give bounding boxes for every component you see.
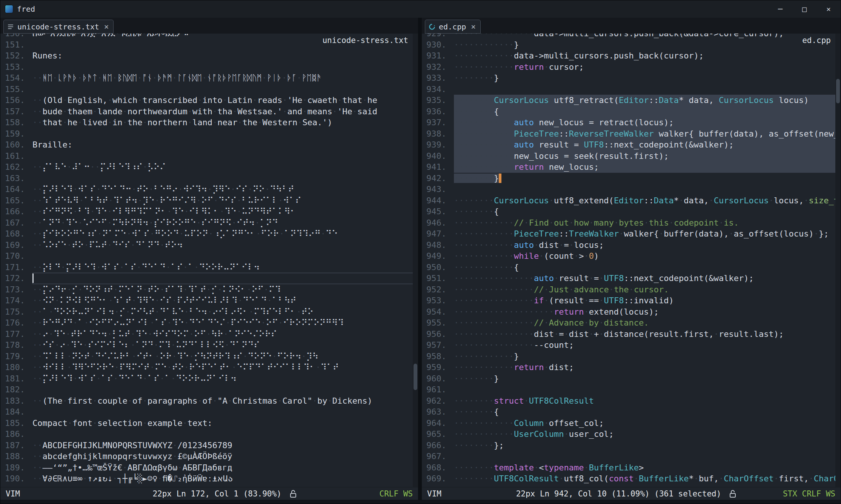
code-line[interactable]: 932.············return·cursor; [422, 61, 841, 73]
code-line[interactable]: 937.············auto·new_locus·=·retract… [422, 117, 841, 128]
right-tabbar: ed.cpp × [422, 18, 841, 34]
code-line[interactable]: 931.············data->multi_cursors.push… [422, 50, 841, 61]
code-line[interactable]: 929.················data->multi_cursors.… [422, 34, 841, 39]
code-line[interactable]: 176.··⠗⠑⠛⠜⠙·⠁·⠊⠕⠋⠋⠔⠤⠝⠁⠊⠇·⠁⠎·⠹⠑·⠙⠑⠁⠙⠑⠌·⠏⠊… [0, 317, 418, 329]
code-line[interactable]: 170. [0, 250, 418, 262]
code-line[interactable]: 964.············Column·offset_col; [422, 418, 841, 429]
code-line[interactable]: 940.············new_locus·=·seek(result.… [422, 151, 841, 162]
tab-unicode-stress[interactable]: unicode-stress.txt × [3, 20, 114, 34]
scrollbar-thumb[interactable] [414, 364, 417, 390]
code-line[interactable]: 965.············UserColumn·user_col; [422, 429, 841, 440]
code-line[interactable]: 957.················--count; [422, 340, 841, 351]
code-line[interactable]: 169.··⠡⠕⠎⠑·⠞⠕·⠏⠥⠞·⠙⠊⠎·⠙⠁⠝⠙·⠞⠕⠲ [0, 240, 418, 251]
line-number: 161. [5, 151, 25, 162]
code-line[interactable]: 161. [0, 151, 418, 162]
scrollbar-left[interactable] [413, 34, 418, 487]
minimize-button[interactable]: ─ [768, 0, 792, 18]
code-line[interactable]: 956.················dist·=·dist·+·distan… [422, 329, 841, 340]
code-line[interactable]: 945.········{ [422, 206, 841, 217]
code-line[interactable]: 190.··∀∂∈ℝ∧∪≡∞·↑↗↨↻⇣·┐┼╔╘░►☺♀·ﬁ�⑀₂ἠḂӥẄɐː… [0, 473, 418, 484]
code-line[interactable]: 174.··⠪⠝·⠅⠝⠪⠇⠫⠛⠑⠂·⠱⠁⠞·⠹⠻⠑·⠊⠎·⠏⠜⠞⠊⠊⠥⠇⠜⠇⠹·… [0, 295, 418, 306]
code-line[interactable]: 963.········{ [422, 406, 841, 418]
unlock-icon[interactable] [290, 490, 297, 498]
code-line[interactable]: 163. [0, 173, 418, 184]
code-line[interactable]: 185.Compact·font·selection·example·text: [0, 418, 418, 429]
code-line[interactable]: 951.················auto·result·=·UTF8::… [422, 273, 841, 284]
code-line[interactable]: 182. [0, 384, 418, 395]
code-line[interactable]: 935.········CursorLocus·utf8_retract(Edi… [422, 95, 841, 106]
tab-ed-cpp[interactable]: ed.cpp × [425, 20, 481, 34]
code-line[interactable]: 930.············} [422, 39, 841, 51]
code-line[interactable]: 933.········} [422, 72, 841, 84]
code-line[interactable]: 936.········{ [422, 106, 841, 117]
code-line[interactable]: 953.················if·(result·==·UTF8::… [422, 295, 841, 306]
code-line[interactable]: 184. [0, 406, 418, 418]
code-line[interactable]: 178.··⠊⠎·⠔·⠹⠑·⠎⠊⠍⠊⠇⠑⠆·⠁⠝⠙·⠍⠹·⠥⠝⠙⠁⠇⠇⠪⠫·⠙⠁… [0, 340, 418, 351]
close-button[interactable]: × [816, 0, 841, 18]
code-line[interactable]: 181.··⡍⠜⠇⠑⠹·⠺⠁⠎·⠁⠎·⠙⠑⠁⠙·⠁⠎·⠁·⠙⠕⠕⠗⠤⠝⠁⠊⠇⠲ [0, 373, 418, 384]
code-line[interactable]: 153. [0, 61, 418, 73]
line-number: 184. [5, 406, 25, 418]
code-line[interactable]: 187.··ABCDEFGHIJKLMNOPQRSTUVWXYZ·/012345… [0, 440, 418, 451]
code-line[interactable]: 934. [422, 84, 841, 95]
code-line[interactable]: 966.········}; [422, 440, 841, 451]
code-line[interactable]: 167.··⠁⠝⠙·⠹⠑·⠡⠊⠑⠋·⠍⠳⠗⠝⠻⠲·⡎⠊⠗⠕⠕⠛⠑·⠎⠊⠛⠝⠫·⠊… [0, 217, 418, 229]
code-line[interactable]: 152.Runes: [0, 50, 418, 61]
code-line[interactable]: 165.··⠱⠁⠞⠑⠧⠻·⠁⠃⠳⠞·⠹⠁⠞⠲·⡹⠑·⠗⠑⠛⠊⠌⠻·⠕⠋·⠙⠊⠎·… [0, 195, 418, 206]
tab-close-button[interactable]: × [103, 22, 109, 31]
code-line[interactable]: 955.················//·Advance·by·distan… [422, 317, 841, 329]
code-line[interactable]: 188.··abcdefghijklmnopqrstuvwxyz·£©µÀÆÖÞ… [0, 451, 418, 462]
code-line[interactable]: 156.··(Old·English,·which·transcribed·in… [0, 95, 418, 106]
code-line[interactable]: 189.··–—‘“”„†•…‰™œŠŸž€·ΑΒΓΔΩαβγδω·АБВГДа… [0, 462, 418, 473]
editor-left[interactable]: unicode-stress.txt 150.ሰው·እንደቤቱ·እንጅ·እንደ·… [0, 34, 418, 487]
code-line[interactable]: 183.··(The·first·couple·of·paragraphs·of… [0, 395, 418, 407]
mode-indicator: VIM [6, 489, 20, 498]
pane-divider[interactable] [418, 18, 422, 500]
code-line[interactable]: 162.··⡌⠁⠧⠑·⠼⠁⠒··⡍⠜⠇⠑⠹⠰⠎·⡣⠕⠌ [0, 161, 418, 173]
code-line[interactable]: 943. [422, 184, 841, 195]
code-line[interactable]: 180.··⠺⠊⠇⠇·⠹⠻⠑⠋⠕⠗⠑·⠏⠻⠍⠊⠞·⠍⠑·⠞⠕·⠗⠑⠏⠑⠁⠞⠂·⠑… [0, 362, 418, 373]
code-line[interactable]: 944.········CursorLocus·utf8_extend(Edit… [422, 195, 841, 206]
code-line[interactable]: 967. [422, 451, 841, 462]
code-line[interactable]: 158.··that·he·lived·in·the·northern·land… [0, 117, 418, 128]
code-line[interactable]: 968.········template·<typename·BufferLik… [422, 462, 841, 473]
code-line[interactable]: 177.··⠔·⠹⠑·⠞⠗⠁⠙⠑⠲·⡃⠥⠞·⠹⠑·⠺⠊⠎⠙⠕⠍·⠕⠋·⠳⠗·⠁⠝… [0, 329, 418, 340]
maximize-button[interactable]: □ [792, 0, 816, 18]
code-line[interactable]: 175.··⠁·⠙⠕⠕⠗⠤⠝⠁⠊⠇⠲·⡊·⠍⠊⠣⠞·⠙⠁⠧⠑·⠃⠑⠲·⠔⠊⠇⠔⠫… [0, 306, 418, 318]
code-line[interactable]: 962.········struct·UTF8ColResult [422, 395, 841, 407]
code-line[interactable]: 157.··bude·thaem·lande·northweardum·with… [0, 106, 418, 117]
code-line[interactable]: 947.············PieceTree::TreeWalker·wa… [422, 228, 841, 240]
code-line[interactable]: 950.············{ [422, 262, 841, 273]
code-line[interactable]: 173.··⡍⠔⠙⠖·⡊·⠙⠕⠝⠰⠞·⠍⠑⠁⠝·⠞⠕·⠎⠁⠹·⠹⠁⠞·⡊·⠅⠝⠪… [0, 284, 418, 295]
scrollbar-thumb[interactable] [836, 79, 840, 103]
code-line[interactable]: 958.············} [422, 351, 841, 362]
code-line[interactable]: 159. [0, 128, 418, 140]
unlock-icon[interactable] [729, 490, 736, 498]
code-line[interactable]: 179.··⠩⠁⠇⠇·⠝⠕⠞·⠙⠊⠌⠥⠗⠃·⠊⠞⠂·⠕⠗·⠹⠑·⡊⠳⠝⠞⠗⠹⠰⠎… [0, 351, 418, 362]
code-line[interactable]: 171.··⡕⠇⠙·⡍⠜⠇⠑⠹·⠺⠁⠎·⠁⠎·⠙⠑⠁⠙·⠁⠎·⠁·⠙⠕⠕⠗⠤⠝⠁… [0, 262, 418, 273]
code-line[interactable]: 155. [0, 84, 418, 95]
code-line[interactable]: 168.··⡎⠊⠗⠕⠕⠛⠑⠰⠎·⠝⠁⠍⠑·⠺⠁⠎·⠛⠕⠕⠙·⠥⠏⠕⠝·⠰⡡⠁⠝⠛… [0, 228, 418, 240]
code-line[interactable]: 959.············return·dist; [422, 362, 841, 373]
code-line[interactable]: 946.············//·Find·out·how·many·byt… [422, 217, 841, 229]
code-line[interactable]: 164.··⡍⠜⠇⠑⠹·⠺⠁⠎·⠙⠑⠁⠙⠒·⠞⠕·⠃⠑⠛⠔·⠺⠊⠹⠲·⡹⠻⠑·⠊… [0, 184, 418, 195]
editor-right[interactable]: ed.cpp 929.················data->multi_c… [422, 34, 841, 487]
code-line[interactable]: 186. [0, 429, 418, 440]
code-line[interactable]: 952.················//·Just·advance·the·… [422, 284, 841, 295]
code-line[interactable]: 969.········UTF8ColResult·utf8_col(const… [422, 473, 841, 484]
code-line[interactable]: 961. [422, 384, 841, 395]
code-line[interactable]: 954.····················return·extend(lo… [422, 306, 841, 318]
code-line[interactable]: 166.··⠎⠊⠛⠝⠫·⠃⠹·⠹⠑·⠊⠇⠻⠛⠹⠍⠁⠝⠂·⠹⠑·⠊⠇⠻⠅⠂·⠹⠑·… [0, 206, 418, 217]
code-line[interactable]: 948.············auto·dist·=·locus; [422, 240, 841, 251]
code-line[interactable]: 941.············return·new_locus; [422, 161, 841, 173]
scrollbar-right[interactable] [835, 34, 841, 487]
code-line[interactable]: 960.········} [422, 373, 841, 384]
tab-close-button[interactable]: × [469, 22, 476, 31]
code-line[interactable]: 939.············auto·result·=·UTF8::next… [422, 139, 841, 151]
code-line[interactable]: 160.Braille: [0, 139, 418, 151]
code-line[interactable]: 949.············while·(count·>·0) [422, 250, 841, 262]
code-line[interactable]: 942.········} [422, 173, 841, 184]
code-line[interactable]: 154.··ᚻᛖ·ᚳᚹᚫᚦ·ᚦᚫᛏ·ᚻᛖ·ᛒᚢᛞᛖ·ᚩᚾ·ᚦᚫᛗ·ᛚᚪᚾᛞᛖ·ᚾ… [0, 72, 418, 84]
code-line[interactable]: 938.············PieceTree::ReverseTreeWa… [422, 128, 841, 140]
code-line[interactable]: 172. [0, 273, 418, 284]
